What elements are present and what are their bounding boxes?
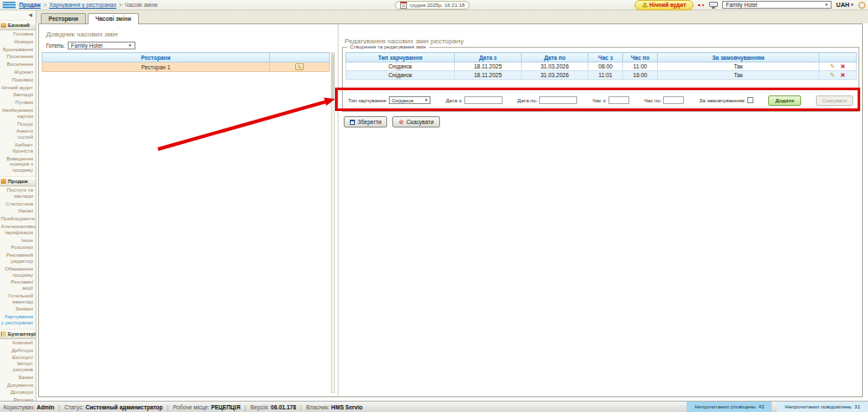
sidebar-item-rooms[interactable]: Номери	[0, 38, 36, 46]
warning-icon: ⚠	[642, 2, 648, 9]
add-button[interactable]: Додати	[768, 95, 801, 106]
hotel-select-top[interactable]: Family Hotel ▼	[722, 1, 832, 9]
sidebar-section-title: Продаж	[8, 179, 28, 184]
date-to-input[interactable]	[539, 96, 577, 104]
version-value: 06.01.178	[271, 404, 296, 410]
by-default-checkbox[interactable]	[747, 97, 753, 103]
sidebar-item-conditions[interactable]: Умови	[0, 207, 36, 215]
date-from-input[interactable]	[464, 96, 503, 104]
sidebar-item-ad-editor[interactable]: Рекламний редактор	[0, 252, 36, 265]
shifts-editor-group-legend: Створення та редагування змін	[347, 44, 429, 49]
edit-restaurant-button[interactable]: ✎	[295, 63, 304, 70]
save-icon	[350, 120, 355, 125]
sidebar-section-basic[interactable]: Базовий	[0, 20, 36, 30]
shifts-editor-group: Створення та редагування змін Тип харчув…	[342, 47, 859, 112]
top-bar: Продаж > Харчування у ресторанах > Часов…	[0, 0, 868, 10]
delete-row-button[interactable]: ✕	[840, 72, 845, 78]
meal-type-value: Сніданок	[391, 98, 413, 103]
sidebar-item-hotel-inventory[interactable]: Готельний інвентар	[0, 292, 36, 306]
sidebar-section-sales[interactable]: Продаж	[0, 176, 36, 186]
cell-date-to: 31.03.2026	[522, 71, 589, 80]
meal-type-select[interactable]: Сніданок ▼	[389, 96, 431, 104]
new-shift-form: Тип харчування: Сніданок ▼ Дата з: Дата …	[348, 93, 853, 108]
edit-row-button[interactable]: ✎	[830, 63, 835, 69]
sidebar-item-mailings[interactable]: Розсилки	[0, 244, 36, 252]
breadcrumb-restaurant-meals[interactable]: Харчування у ресторанах	[49, 2, 116, 8]
sidebar-item-vouchers[interactable]: Путівки	[0, 99, 36, 107]
sidebar-item-restaurant-meals-active[interactable]: Харчування у ресторанах	[0, 313, 36, 327]
hotel-select[interactable]: Family Hotel ▼	[68, 42, 135, 49]
sidebar-item-housekeeping[interactable]: Покоївки	[0, 76, 36, 84]
cell-time-to: 16:00	[623, 71, 658, 80]
sidebar-item-promotions[interactable]: Рекламні акції	[0, 278, 36, 292]
sidebar-item-pricelists[interactable]: Прейскуранти	[0, 215, 36, 223]
cell-by-default: Так	[658, 62, 819, 71]
sidebar-item-banks[interactable]: Банки	[0, 374, 36, 382]
person-icon	[1, 23, 6, 28]
time-from-input[interactable]	[608, 96, 629, 104]
table-row[interactable]: Сніданок 18.11.2025 31.03.2026 11:01 16:…	[346, 71, 857, 80]
panel-splitter[interactable]	[338, 24, 339, 396]
status-separator: |	[300, 404, 302, 410]
sidebar-section-accounting[interactable]: Бухгалтерія	[0, 329, 36, 339]
sidebar-item-bookings[interactable]: Бронювання	[0, 46, 36, 54]
sidebar-item-alt-tariffication[interactable]: Альтернативна тарифікація	[0, 223, 36, 237]
restaurant-name-cell[interactable]: Ресторан 1	[43, 62, 270, 72]
hotel-select-top-value: Family Hotel	[726, 2, 757, 8]
col-date-from: Дата з	[455, 53, 522, 62]
sidebar-item-documents[interactable]: Документи	[0, 382, 36, 389]
sidebar-item-guest-forms[interactable]: Анкети гостей	[0, 128, 36, 141]
sidebar-item-night-audit[interactable]: Нічний аудит	[0, 84, 36, 92]
sidebar-collapse-button[interactable]: ◀	[0, 10, 36, 18]
user-value: Admin	[36, 404, 54, 410]
currency-select[interactable]: UAH ▼	[836, 2, 854, 8]
cancel-button[interactable]: ⊘ Скасувати	[392, 116, 439, 128]
time-to-input[interactable]	[663, 96, 684, 104]
table-row-selected[interactable]: Ресторан 1 ✎	[43, 62, 330, 72]
sidebar-item-other[interactable]: Інше	[0, 237, 36, 245]
sidebar-item-journal[interactable]: Журнал	[0, 69, 36, 76]
owner-label: Власник:	[306, 404, 330, 410]
status-separator: |	[168, 404, 169, 410]
save-button[interactable]: Зберегти	[344, 116, 387, 128]
scrollbar-thumb[interactable]	[332, 54, 334, 101]
edit-row-button[interactable]: ✎	[830, 72, 835, 78]
status-separator: |	[58, 404, 60, 410]
sidebar-item-checkout[interactable]: Виселення	[0, 61, 36, 69]
sidebar-item-checkin[interactable]: Поселення	[0, 53, 36, 61]
sidebar-item-contracts[interactable]: Договори	[0, 389, 36, 396]
vertical-scrollbar[interactable]	[331, 52, 335, 393]
shifts-table: Тип харчування Дата з Дата по Час з Час …	[345, 52, 857, 80]
sidebar-item-facilities[interactable]: Заклади	[0, 91, 36, 99]
delete-row-button[interactable]: ✕	[840, 63, 845, 69]
table-row[interactable]: Сніданок 18.11.2025 31.03.2026 08:00 11:…	[346, 62, 857, 71]
sidebar-item-home[interactable]: Головна	[0, 30, 36, 38]
datetime-widget[interactable]: 15 грудня 2025р. 16:21:18	[395, 1, 470, 10]
date-from-label: Дата з:	[445, 98, 462, 103]
workplace-value: РЕЦЕПЦІЯ	[211, 404, 240, 410]
sidebar-item-unsaved-cards[interactable]: Незбережені картки	[0, 107, 36, 121]
sidebar-item-sale-limits[interactable]: Обмеження продажу	[0, 265, 36, 279]
sidebar-item-discounts[interactable]: Знижки	[0, 305, 36, 313]
sidebar-item-rooms-out-of-sale[interactable]: Виведення номерів з продажу	[0, 155, 36, 174]
tab-restaurants[interactable]: Ресторани	[41, 13, 86, 23]
sidebar-item-services[interactable]: Послуги та заклади	[0, 186, 36, 200]
breadcrumb-sales[interactable]: Продаж	[19, 2, 41, 8]
unread-notifications-badge[interactable]: Непрочитаних сповіщень: 43	[687, 402, 772, 412]
sidebar-item-booker-cabinet[interactable]: Кабінет броніста	[0, 141, 36, 155]
workstation-icon[interactable]	[709, 2, 718, 9]
restaurants-table-header: Ресторани	[43, 53, 270, 62]
tab-time-shifts[interactable]: Часові зміни	[88, 13, 139, 24]
logout-power-icon[interactable]	[858, 2, 865, 9]
sidebar-item-export-import[interactable]: Експорт/Імпорт рахунків	[0, 354, 36, 373]
sidebar-item-debtors[interactable]: Дебітори	[0, 347, 36, 355]
sidebar-item-companies[interactable]: Компанії	[0, 339, 36, 347]
role-value: Системный администратор	[86, 404, 163, 410]
night-audit-button[interactable]: ⚠ Нічний аудит	[635, 0, 694, 10]
content-panel: Довідник часових змін Готель: Family Hot…	[38, 23, 863, 397]
sidebar-item-statistics[interactable]: Статистика	[0, 200, 36, 208]
sidebar-item-search[interactable]: Пошук	[0, 121, 36, 128]
breadcrumb-current: Часові зміни	[125, 2, 158, 8]
unread-messages-badge[interactable]: Непрочитаних повідомлень: 31	[777, 402, 868, 412]
collapse-left-icon: ◀	[29, 12, 32, 17]
